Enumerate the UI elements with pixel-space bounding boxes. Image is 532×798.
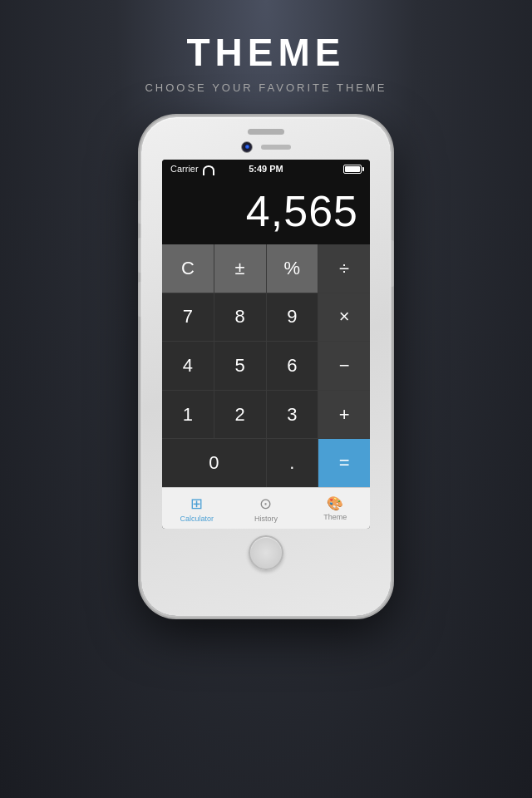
carrier-label: Carrier	[170, 164, 212, 174]
decimal-button[interactable]: .	[267, 439, 318, 487]
five-button[interactable]: 5	[214, 342, 266, 390]
minus-button[interactable]: −	[318, 342, 370, 390]
equals-button[interactable]: =	[318, 439, 370, 487]
clear-button[interactable]: C	[162, 244, 214, 293]
eight-button[interactable]: 8	[214, 293, 266, 342]
speaker-slot	[248, 129, 284, 135]
tab-theme[interactable]: 🎨 Theme	[301, 488, 370, 529]
power-button[interactable]	[391, 240, 394, 287]
divide-button[interactable]: ÷	[318, 244, 370, 293]
phone-shell: Carrier 5:49 PM 4,565 C ± % ÷ 7 8 9	[141, 117, 391, 616]
camera-row	[241, 141, 291, 153]
zero-button[interactable]: 0	[162, 439, 266, 487]
three-button[interactable]: 3	[267, 391, 318, 439]
tab-history-label: History	[254, 515, 278, 523]
tab-history[interactable]: ⊙ History	[231, 488, 300, 529]
plusminus-button[interactable]: ±	[214, 244, 266, 293]
six-button[interactable]: 6	[267, 342, 318, 390]
history-icon: ⊙	[259, 495, 272, 513]
volume-down-button[interactable]	[138, 282, 141, 317]
plus-button[interactable]: +	[318, 391, 370, 439]
tab-calculator-label: Calculator	[180, 515, 214, 523]
calculator-icon: ⊞	[190, 495, 203, 513]
calc-buttons: C ± % ÷ 7 8 9 × 4 5 6 − 1 2 3 + 0 . =	[162, 244, 370, 487]
volume-up-button[interactable]	[138, 238, 141, 273]
front-sensor	[261, 145, 291, 150]
seven-button[interactable]: 7	[162, 293, 214, 342]
multiply-button[interactable]: ×	[318, 293, 370, 342]
battery-indicator	[343, 165, 362, 174]
tab-calculator[interactable]: ⊞ Calculator	[162, 488, 231, 529]
phone-top-area	[141, 117, 391, 156]
status-time: 5:49 PM	[249, 164, 283, 174]
page-subtitle: CHOOSE YOUR FAVORITE THEME	[145, 81, 387, 94]
one-button[interactable]: 1	[162, 391, 214, 439]
percent-button[interactable]: %	[267, 244, 318, 293]
wifi-icon	[202, 165, 212, 173]
battery-fill	[345, 166, 360, 172]
camera-lens	[241, 141, 253, 153]
calc-result: 4,565	[246, 186, 358, 236]
page-title: THEME	[187, 30, 346, 75]
home-button[interactable]	[249, 535, 283, 570]
tab-bar: ⊞ Calculator ⊙ History 🎨 Theme	[162, 487, 370, 529]
theme-icon: 🎨	[327, 495, 343, 511]
tab-theme-label: Theme	[323, 513, 347, 521]
calc-display: 4,565	[162, 178, 370, 244]
four-button[interactable]: 4	[162, 342, 214, 390]
two-button[interactable]: 2	[214, 391, 266, 439]
nine-button[interactable]: 9	[267, 293, 318, 342]
phone-screen: Carrier 5:49 PM 4,565 C ± % ÷ 7 8 9	[162, 160, 370, 529]
status-bar: Carrier 5:49 PM	[162, 160, 370, 178]
